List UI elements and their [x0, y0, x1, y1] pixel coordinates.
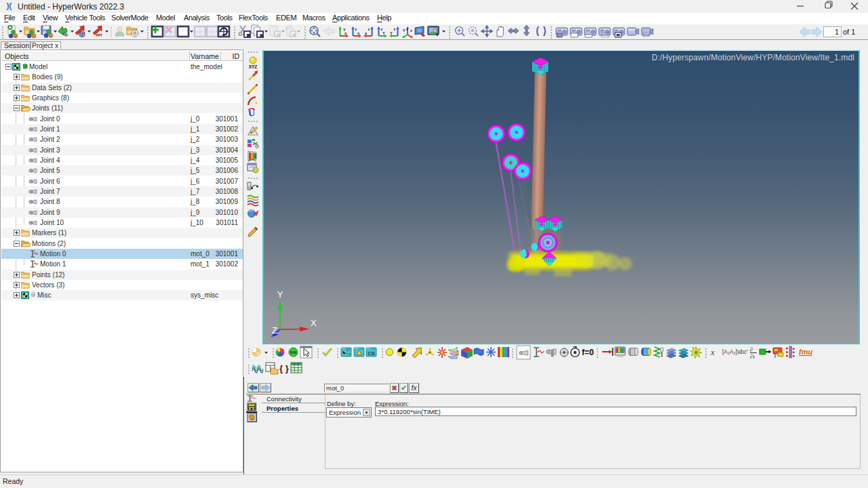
svg-text:x: x	[710, 347, 715, 357]
svg-text:x: x	[344, 31, 347, 35]
svg-text:Y: Y	[382, 31, 385, 35]
svg-text:fmu: fmu	[799, 348, 812, 356]
svg-text:Y: Y	[403, 28, 406, 33]
svg-text:1: 1	[835, 28, 839, 36]
svg-text:Y: Y	[390, 31, 393, 35]
svg-text:{ }: { }	[279, 363, 289, 373]
svg-text:Z: Z	[272, 325, 277, 336]
svg-text:z: z	[394, 27, 396, 31]
svg-text:CS: CS	[368, 350, 374, 357]
svg-text:f=0: f=0	[582, 348, 594, 357]
svg-text:x: x	[365, 31, 368, 35]
svg-text:Y: Y	[277, 289, 283, 300]
svg-text:RUN: RUN	[290, 351, 297, 354]
svg-text:∂: ∂	[750, 346, 753, 353]
svg-text:∂t: ∂t	[750, 353, 755, 360]
svg-text:[A₁A₂]: [A₁A₂]	[722, 348, 737, 355]
svg-text:z: z	[368, 27, 370, 31]
svg-text:'abc': 'abc'	[736, 348, 748, 355]
svg-text:X: X	[311, 318, 317, 328]
svg-text:of 1: of 1	[843, 28, 855, 36]
svg-text:x: x	[357, 31, 360, 35]
svg-text:x: x	[410, 28, 412, 33]
svg-text:PPT: PPT	[96, 34, 102, 37]
svg-text:XYZ: XYZ	[249, 64, 258, 69]
